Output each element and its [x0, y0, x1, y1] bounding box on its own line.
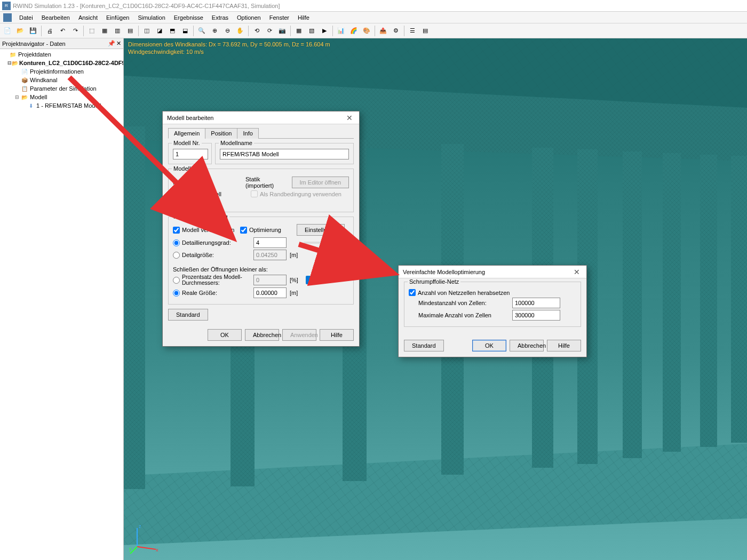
zoom-icon[interactable]: 🔍 [196, 25, 208, 37]
button-settings[interactable]: Einstellungen... [297, 224, 345, 236]
button-open-editor: Im Editor öffnen [292, 177, 349, 188]
navigator-title: Projektnavigator - Daten [2, 41, 66, 47]
menu-ansicht[interactable]: Ansicht [74, 13, 102, 22]
tree-windtunnel[interactable]: 📦Windkanal [1, 76, 122, 84]
input-modelnr[interactable] [173, 149, 208, 159]
layer-icon[interactable]: ▤ [419, 25, 431, 37]
view-icon[interactable]: ⬓ [179, 25, 191, 37]
tree-rfem-model[interactable]: ⬇1 - RFEM/RSTAB Modell [1, 101, 122, 110]
navigator-header: Projektnavigator - Daten 📌✕ [0, 38, 123, 49]
radio-realsize[interactable] [173, 290, 180, 297]
results-icon[interactable]: 🌈 [348, 25, 360, 37]
rotate-icon[interactable]: ⟳ [264, 25, 275, 37]
open-icon[interactable]: 📂 [14, 25, 26, 37]
svg-line-28 [137, 547, 156, 549]
input-min-cells[interactable] [512, 298, 560, 308]
menu-hilfe[interactable]: Hilfe [293, 13, 314, 22]
tab-allgemein[interactable]: Allgemein [168, 128, 205, 139]
radio-detailsize[interactable] [173, 252, 180, 259]
button-ok[interactable]: OK [208, 329, 242, 341]
dialog2-titlebar[interactable]: Vereinfachte Modelloptimierung ✕ [399, 266, 586, 278]
mesh-icon[interactable]: ▧ [306, 25, 317, 37]
redo-icon[interactable]: ↷ [69, 25, 81, 37]
button-standard[interactable]: Standard [168, 309, 208, 321]
svg-rect-19 [623, 151, 642, 458]
close-icon[interactable]: ✕ [571, 268, 582, 276]
tool-icon[interactable]: ▥ [112, 25, 123, 37]
tree-model[interactable]: ⊟📂Modell [1, 93, 122, 101]
tree-projectinfo[interactable]: 📄Projektinformationen [1, 67, 122, 76]
results-icon[interactable]: 📊 [335, 25, 347, 37]
zoom-icon[interactable]: ⊖ [221, 25, 233, 37]
input-realsize[interactable] [253, 287, 287, 298]
input-modelname[interactable] [220, 149, 349, 159]
button-help[interactable]: Hilfe [547, 340, 581, 351]
menu-bearbeiten[interactable]: Bearbeiten [37, 13, 74, 22]
dialog-titlebar[interactable]: Modell bearbeiten ✕ [163, 111, 359, 124]
axis-gizmo: z x y [129, 523, 161, 555]
menu-fenster[interactable]: Fenster [265, 13, 293, 22]
tab-info[interactable]: Info [237, 128, 258, 139]
input-detaillevel[interactable] [253, 237, 287, 248]
checkbox-reduce-cells[interactable] [409, 289, 416, 296]
close-icon[interactable]: ✕ [344, 114, 355, 122]
svg-rect-7 [124, 126, 145, 489]
settings-icon[interactable]: ⚙ [390, 25, 402, 37]
menu-extras[interactable]: Extras [208, 13, 233, 22]
button-help[interactable]: Hilfe [320, 329, 354, 341]
mesh-icon[interactable]: ▦ [293, 25, 305, 37]
export-icon[interactable]: 📤 [377, 25, 389, 37]
print-icon[interactable]: 🖨 [44, 25, 55, 37]
results-icon[interactable]: 🎨 [361, 25, 372, 37]
tab-position[interactable]: Position [205, 128, 237, 139]
checkbox-optimize[interactable] [240, 227, 247, 234]
menu-datei[interactable]: Datei [15, 13, 37, 22]
input-max-cells[interactable] [512, 310, 560, 321]
svg-rect-23 [700, 155, 717, 447]
label-min-cells: Mindestanzahl von Zellen: [418, 300, 509, 306]
dialog2-title: Vereinfachte Modelloptimierung [403, 269, 485, 275]
pin-icon[interactable]: 📌 [108, 40, 115, 47]
checkbox-simplify[interactable] [173, 227, 180, 234]
menu-bar: Datei Bearbeiten Ansicht Einfügen Simula… [0, 12, 747, 23]
slider-detaillevel[interactable] [304, 242, 341, 244]
radio-detaillevel[interactable] [173, 239, 180, 246]
tool-icon[interactable]: ▦ [99, 25, 110, 37]
tool-icon[interactable]: ▤ [124, 25, 136, 37]
menu-optionen[interactable]: Optionen [233, 13, 265, 22]
button-cancel[interactable]: Abbrechen [510, 340, 544, 351]
menu-einfuegen[interactable]: Einfügen [102, 13, 133, 22]
dialog-tabs: Allgemein Position Info [168, 127, 354, 139]
view-icon[interactable]: 📷 [276, 25, 288, 37]
checkbox-terrain[interactable] [173, 190, 180, 197]
tree-project[interactable]: ⊟📂Konturen_LC2_C1D0C16D-28C2-4DF9 [1, 59, 122, 67]
button-ok[interactable]: OK [472, 340, 506, 351]
view-icon[interactable]: ◫ [141, 25, 153, 37]
view-icon[interactable]: ⬒ [166, 25, 178, 37]
slider-percent[interactable] [306, 279, 343, 281]
menu-simulation[interactable]: Simulation [133, 13, 169, 22]
zoom-icon[interactable]: ⊕ [209, 25, 220, 37]
new-icon[interactable]: 📄 [2, 25, 13, 37]
label-max-cells: Maximale Anzahl von Zellen [418, 312, 509, 318]
label-modelnr: Modell Nr. [172, 140, 202, 146]
svg-text:x: x [156, 547, 158, 553]
undo-icon[interactable]: ↶ [57, 25, 68, 37]
pan-icon[interactable]: ✋ [234, 25, 246, 37]
button-cancel[interactable]: Abbrechen [245, 329, 279, 341]
checkbox-primary[interactable] [173, 199, 180, 206]
project-tree[interactable]: 📁Projektdaten ⊟📂Konturen_LC2_C1D0C16D-28… [0, 49, 123, 111]
rotate-icon[interactable]: ⟲ [251, 25, 263, 37]
layer-icon[interactable]: ☰ [407, 25, 418, 37]
run-icon[interactable]: ▶ [319, 25, 330, 37]
tree-params[interactable]: 📋Parameter der Simulation [1, 84, 122, 93]
tree-root[interactable]: 📁Projektdaten [1, 50, 122, 59]
radio-percent[interactable] [173, 277, 180, 284]
dialog-model-edit: Modell bearbeiten ✕ Allgemein Position I… [162, 111, 360, 347]
save-icon[interactable]: 💾 [27, 25, 39, 37]
button-standard[interactable]: Standard [404, 340, 444, 351]
close-icon[interactable]: ✕ [116, 40, 121, 47]
view-icon[interactable]: ◪ [154, 25, 165, 37]
menu-ergebnisse[interactable]: Ergebnisse [170, 13, 208, 22]
tool-icon[interactable]: ⬚ [86, 25, 98, 37]
